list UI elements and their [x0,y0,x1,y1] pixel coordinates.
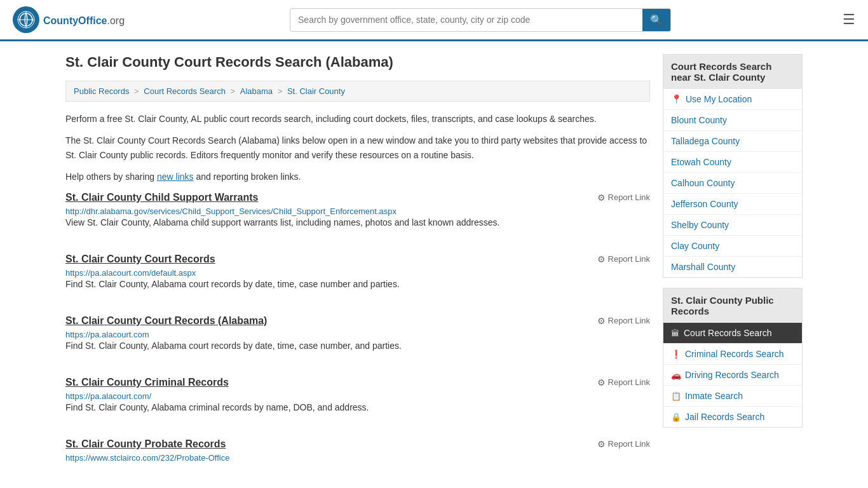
result-title-1: St. Clair County Child Support Warrants … [65,192,650,203]
jail-icon: 🔒 [671,412,681,422]
result-desc-1: View St. Clair County, Alabama child sup… [65,216,650,229]
report-label-3: Report Link [608,316,650,325]
report-label-5: Report Link [608,439,650,449]
result-desc-2: Find St. Clair County, Alabama court rec… [65,278,650,291]
result-item-4: St. Clair County Criminal Records ⚙ Repo… [65,377,650,421]
sidebar-jefferson[interactable]: Jefferson County [663,194,802,215]
result-item-1: St. Clair County Child Support Warrants … [65,192,650,236]
breadcrumb-court-records[interactable]: Court Records Search [144,86,226,96]
result-desc-4: Find St. Clair County, Alabama criminal … [65,401,650,414]
court-icon: 🏛 [671,329,680,338]
desc3-post: and reporting broken links. [194,172,301,182]
result-link-4[interactable]: St. Clair County Criminal Records [65,377,229,388]
search-button[interactable]: 🔍 [642,9,670,31]
result-item-2: St. Clair County Court Records ⚙ Report … [65,254,650,297]
result-title-2: St. Clair County Court Records ⚙ Report … [65,254,650,265]
sidebar-use-location[interactable]: 📍 Use My Location [663,89,802,110]
description-3: Help others by sharing new links and rep… [65,170,650,184]
shelby-county-link[interactable]: Shelby County [671,220,729,230]
header: CountyOffice.org 🔍 ☰ [0,0,868,41]
driving-icon: 🚗 [671,370,681,380]
result-link-5[interactable]: St. Clair County Probate Records [65,438,226,450]
desc3-pre: Help others by sharing [65,172,157,182]
results-list: St. Clair County Child Support Warrants … [65,192,650,469]
result-url-3[interactable]: https://pa.alacourt.com [65,330,149,339]
breadcrumb: Public Records > Court Records Search > … [65,81,650,102]
nearby-section: Court Records Search near St. Clair Coun… [663,54,803,278]
result-link-3[interactable]: St. Clair County Court Records (Alabama) [65,315,267,327]
sidebar-jail-records[interactable]: 🔒 Jail Records Search [663,407,802,427]
nearby-title: Court Records Search near St. Clair Coun… [663,55,802,89]
breadcrumb-sep1: > [134,86,141,96]
court-records-link[interactable]: Court Records Search [684,328,772,338]
report-link-2[interactable]: ⚙ Report Link [597,254,650,264]
breadcrumb-alabama[interactable]: Alabama [240,86,273,96]
result-title-5: St. Clair County Probate Records ⚙ Repor… [65,438,650,450]
jefferson-county-link[interactable]: Jefferson County [671,199,738,209]
search-area: 🔍 [290,8,671,32]
breadcrumb-sep3: > [278,86,285,96]
report-link-3[interactable]: ⚙ Report Link [597,316,650,326]
sidebar-court-records[interactable]: 🏛 Court Records Search [663,323,802,344]
sidebar-inmate-search[interactable]: 📋 Inmate Search [663,386,802,407]
page-title: St. Clair County Court Records Search (A… [65,54,650,71]
result-link-1[interactable]: St. Clair County Child Support Warrants [65,192,258,203]
blount-county-link[interactable]: Blount County [671,115,727,125]
sidebar-marshall[interactable]: Marshall County [663,257,802,277]
hamburger-icon: ☰ [843,11,855,27]
talladega-county-link[interactable]: Talladega County [671,136,740,146]
public-records-title: St. Clair County Public Records [663,288,802,323]
jail-records-link[interactable]: Jail Records Search [685,412,764,422]
report-label-1: Report Link [608,193,650,202]
report-label-4: Report Link [608,377,650,387]
use-location-link[interactable]: Use My Location [686,94,752,104]
result-url-5[interactable]: https://www.stclairco.com/232/Probate-Of… [65,453,229,463]
sidebar-calhoun[interactable]: Calhoun County [663,173,802,194]
result-title-4: St. Clair County Criminal Records ⚙ Repo… [65,377,650,388]
report-label-2: Report Link [608,254,650,264]
report-icon-2: ⚙ [597,254,606,264]
breadcrumb-st-clair[interactable]: St. Clair County [287,86,345,96]
calhoun-county-link[interactable]: Calhoun County [671,178,735,188]
criminal-icon: ❗ [671,349,681,359]
sidebar-etowah[interactable]: Etowah County [663,152,802,173]
clay-county-link[interactable]: Clay County [671,241,719,251]
marshall-county-link[interactable]: Marshall County [671,262,735,272]
report-icon-5: ⚙ [597,439,606,449]
result-title-3: St. Clair County Court Records (Alabama)… [65,315,650,327]
report-icon-1: ⚙ [597,193,606,203]
logo-icon [13,6,39,33]
search-icon: 🔍 [650,15,663,25]
result-url-4[interactable]: https://pa.alacourt.com/ [65,391,151,401]
content-area: St. Clair County Court Records Search (A… [65,54,650,487]
pin-icon: 📍 [671,94,682,104]
menu-icon[interactable]: ☰ [843,11,855,28]
report-icon-4: ⚙ [597,377,606,388]
etowah-county-link[interactable]: Etowah County [671,157,731,167]
sidebar-shelby[interactable]: Shelby County [663,215,802,236]
sidebar-clay[interactable]: Clay County [663,236,802,257]
result-url-1[interactable]: http://dhr.alabama.gov/services/Child_Su… [65,207,397,216]
sidebar-criminal-records[interactable]: ❗ Criminal Records Search [663,344,802,365]
report-link-1[interactable]: ⚙ Report Link [597,193,650,203]
description-2: The St. Clair County Court Records Searc… [65,133,650,162]
sidebar-blount[interactable]: Blount County [663,110,802,131]
sidebar: Court Records Search near St. Clair Coun… [663,54,803,487]
sidebar-driving-records[interactable]: 🚗 Driving Records Search [663,365,802,386]
main-container: St. Clair County Court Records Search (A… [53,41,815,488]
result-url-2[interactable]: https://pa.alacourt.com/default.aspx [65,268,196,278]
report-link-5[interactable]: ⚙ Report Link [597,439,650,449]
driving-records-link[interactable]: Driving Records Search [685,370,779,380]
new-links-link[interactable]: new links [157,172,194,182]
breadcrumb-public-records[interactable]: Public Records [74,86,129,96]
report-link-4[interactable]: ⚙ Report Link [597,377,650,388]
public-records-section: St. Clair County Public Records 🏛 Court … [663,288,803,428]
description-1: Perform a free St. Clair County, AL publ… [65,112,650,126]
search-input[interactable] [290,10,642,30]
result-link-2[interactable]: St. Clair County Court Records [65,254,215,265]
result-item-3: St. Clair County Court Records (Alabama)… [65,315,650,359]
criminal-records-link[interactable]: Criminal Records Search [685,349,784,359]
inmate-search-link[interactable]: Inmate Search [685,391,743,401]
inmate-icon: 📋 [671,391,681,401]
sidebar-talladega[interactable]: Talladega County [663,131,802,152]
